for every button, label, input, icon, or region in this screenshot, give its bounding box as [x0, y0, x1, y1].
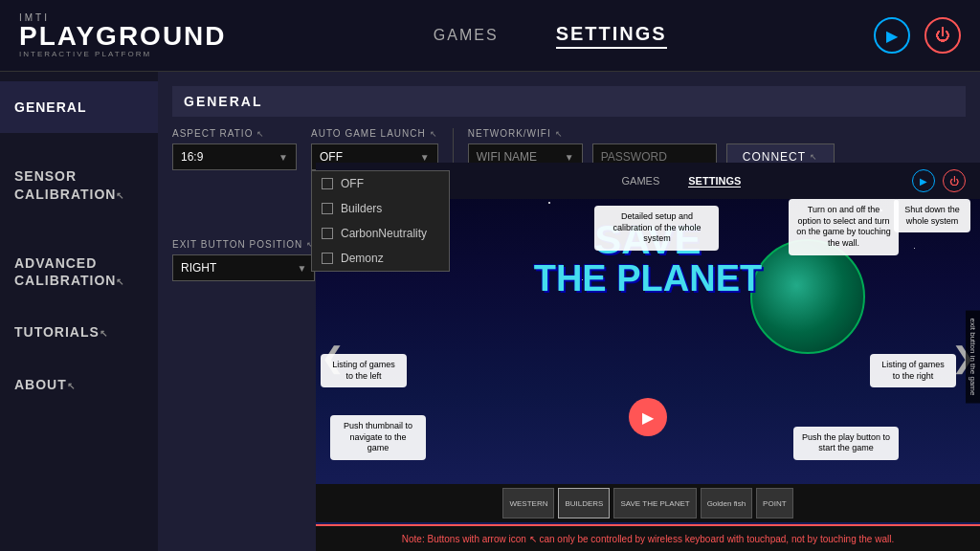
nav-games[interactable]: GAMES	[434, 27, 499, 44]
exit-button-select[interactable]: RIGHT ▼	[172, 254, 315, 281]
general-bar: GENERAL	[172, 86, 966, 117]
nav-settings[interactable]: SETTINGS	[556, 23, 667, 49]
tooltip-games-left: Listing of games to the left	[321, 354, 407, 387]
thumbnail-builders[interactable]: BUILDERS	[558, 488, 610, 518]
cursor-icon: ↖	[256, 129, 265, 139]
header-icons: ▶ ⏻	[874, 17, 961, 54]
planet-earth	[750, 239, 865, 354]
tut-play-icon[interactable]: ▶	[912, 169, 935, 192]
play-circle-icon[interactable]: ▶	[629, 398, 667, 436]
tooltip-detailed-setup: Detailed setup and calibration of the wh…	[594, 206, 719, 251]
header-nav: GAMES SETTINGS	[434, 23, 667, 49]
tut-power-icon[interactable]: ⏻	[943, 169, 966, 192]
aspect-ratio-select[interactable]: 16:9 ▼	[172, 143, 297, 170]
header: IMTI PLAYGROUND INTERACTIVE PLATFORM GAM…	[0, 0, 980, 72]
tut-nav-games[interactable]: GAMES	[622, 175, 660, 187]
auto-game-launch-label: AUTO GAME LAUNCH ↖	[311, 128, 438, 139]
checkbox-builders[interactable]	[322, 203, 333, 214]
tutorial-nav: GAMES SETTINGS	[622, 175, 742, 187]
thumbnail-western[interactable]: WESTERN	[502, 488, 554, 518]
tooltip-turn-on-off: Turn on and off the option to select and…	[789, 199, 899, 255]
tooltip-shutdown: Shut down the whole system	[894, 199, 970, 232]
sidebar-item-tutorials[interactable]: TUTORIALS↖	[0, 306, 158, 358]
thumbnail-save-planet[interactable]: SAVE THE PLANET	[613, 488, 696, 518]
play-icon[interactable]: ▶	[874, 17, 910, 54]
note-bar: Note: Buttons with arrow icon ↖ can only…	[316, 524, 980, 551]
network-label: NETWORK/WIFI ↖	[468, 128, 853, 139]
thumbnail-golden-fish[interactable]: Golden fish	[701, 488, 752, 518]
game-title-line2: THE PLANET	[534, 260, 763, 297]
note-text: Note: Buttons with arrow icon ↖ can only…	[402, 534, 894, 544]
chevron-down-icon-5: ▼	[297, 263, 306, 274]
sidebar-item-advanced-calibration[interactable]: ADVANCED CALIBRATION↖	[0, 220, 158, 307]
chevron-down-icon: ▼	[278, 152, 288, 163]
checkbox-demonz[interactable]	[322, 253, 333, 264]
logo-playground: PLAYGROUND	[19, 23, 227, 50]
dropdown-item-builders[interactable]: Builders	[312, 196, 449, 221]
sidebar-item-general[interactable]: GENERAL	[0, 81, 158, 133]
tooltip-push-play: Push the play button to start the game	[793, 427, 899, 460]
auto-game-launch-dropdown: OFF Builders CarbonNeutrality Demonz	[311, 170, 450, 272]
play-button[interactable]: ▶	[629, 398, 667, 436]
dropdown-item-demonz[interactable]: Demonz	[312, 246, 449, 271]
thumbnails-bar: WESTERN BUILDERS SAVE THE PLANET Golden …	[316, 484, 980, 522]
sidebar-item-about[interactable]: ABOUT↖	[0, 359, 158, 410]
logo-subtitle: INTERACTIVE PLATFORM	[19, 50, 227, 58]
cursor-icon-2: ↖	[430, 129, 438, 139]
tut-nav-settings[interactable]: SETTINGS	[688, 175, 741, 187]
checkbox-off[interactable]	[322, 178, 333, 189]
exit-button-label: EXIT BUTTON POSITION ↖	[172, 239, 315, 250]
main: GENERAL SENSOR CALIBRATION↖ ADVANCED CAL…	[0, 72, 980, 551]
power-icon[interactable]: ⏻	[924, 17, 961, 54]
tooltip-push-thumbnail: Push thumbnail to navigate to the game	[330, 415, 426, 460]
content-area: GENERAL ASPECT RATIO ↖ 16:9 ▼ AUTO GAME …	[158, 72, 980, 551]
dropdown-item-carbon[interactable]: CarbonNeutrality	[312, 221, 449, 246]
aspect-ratio-group: ASPECT RATIO ↖ 16:9 ▼	[172, 128, 297, 170]
sidebar: GENERAL SENSOR CALIBRATION↖ ADVANCED CAL…	[0, 72, 158, 551]
dropdown-item-off[interactable]: OFF	[312, 171, 449, 196]
logo-area: IMTI PLAYGROUND INTERACTIVE PLATFORM	[19, 12, 227, 58]
thumbnail-point[interactable]: POINT	[756, 488, 792, 518]
exit-button-group: EXIT BUTTON POSITION ↖ RIGHT ▼	[172, 239, 315, 281]
tooltip-games-right: Listing of games to the right	[870, 354, 956, 387]
exit-button-label-side: exit button in the game	[966, 311, 980, 404]
sidebar-item-sensor-calibration[interactable]: SENSOR CALIBRATION↖	[0, 133, 158, 220]
cursor-icon-3: ↖	[555, 129, 564, 139]
aspect-ratio-label: ASPECT RATIO ↖	[172, 128, 297, 139]
chevron-down-icon-2: ▼	[420, 152, 430, 163]
chevron-down-icon-3: ▼	[565, 152, 574, 163]
general-label: GENERAL	[184, 94, 262, 109]
tutorial-icons: ▶ ⏻	[912, 169, 966, 192]
connect-cursor-icon: ↖	[810, 152, 818, 162]
checkbox-carbon[interactable]	[322, 228, 333, 239]
